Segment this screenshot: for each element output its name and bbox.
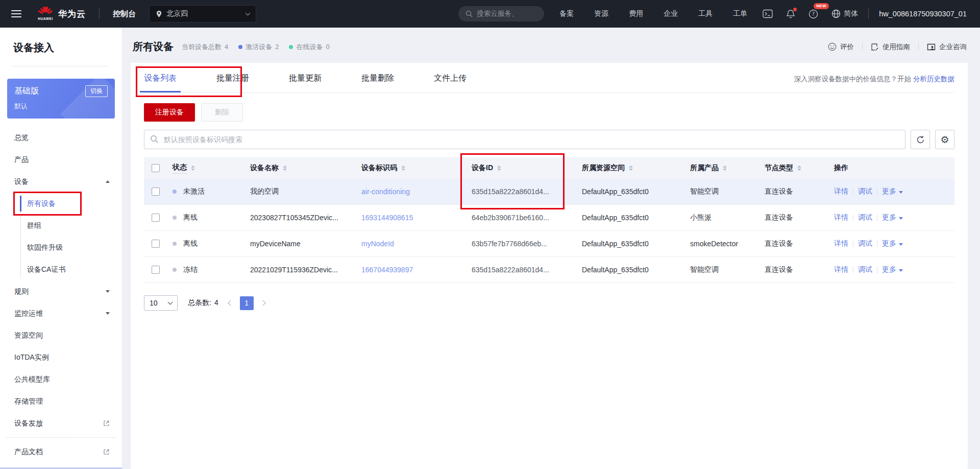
sort-icon[interactable] [497, 166, 501, 171]
sidebar-item-rules[interactable]: 规则 [0, 280, 122, 302]
col-device-id[interactable]: 设备ID [467, 163, 577, 173]
more-link[interactable]: 更多 [882, 239, 903, 248]
cell-device-id: 635d15a8222a8601d4... [467, 266, 577, 274]
register-device-button[interactable]: 注册设备 [144, 103, 195, 122]
debug-link[interactable]: 调试 [858, 265, 872, 274]
delete-button[interactable]: 删除 [201, 103, 243, 122]
debug-link[interactable]: 调试 [858, 187, 872, 196]
region-selector[interactable]: 北京四 [149, 5, 256, 22]
analyze-history-link[interactable]: 分析历史数据 [913, 75, 954, 83]
table-row[interactable]: 离线 20230827T105345ZDevic... 169314490861… [144, 205, 954, 231]
user-guide-action[interactable]: 使用指南 [871, 42, 910, 52]
nav-item-ticket[interactable]: 工单 [733, 9, 747, 18]
current-page-button[interactable]: 1 [240, 296, 254, 310]
sidebar-item-api-explorer[interactable]: API检索和调试 [0, 463, 122, 469]
node-id-link[interactable]: 1693144908615 [361, 214, 413, 222]
console-link[interactable]: 控制台 [113, 9, 136, 19]
next-page-button[interactable] [260, 300, 265, 306]
feedback-action[interactable]: 评价 [828, 42, 854, 52]
detail-link[interactable]: 详情 [834, 239, 848, 248]
tab-batch-register[interactable]: 批量注册 [216, 73, 249, 92]
language-switcher[interactable]: 简体 [831, 9, 858, 18]
sidebar-item-device-provisioning[interactable]: 设备发放 [0, 412, 122, 434]
node-id-link[interactable]: 1667044939897 [361, 266, 413, 274]
sort-icon[interactable] [191, 166, 195, 171]
cell-device-id: 635d15a8222a8601d4... [467, 187, 577, 196]
cell-status: 冻结 [167, 265, 245, 274]
edition-card[interactable]: 基础版 切换 默认 [7, 79, 115, 119]
tab-batch-update[interactable]: 批量更新 [289, 73, 322, 92]
sidebar-item-products[interactable]: 产品 [0, 149, 122, 171]
sidebar-item-devices[interactable]: 设备 [0, 171, 122, 193]
nav-item-billing[interactable]: 费用 [629, 9, 643, 18]
more-link[interactable]: 更多 [882, 265, 903, 274]
detail-link[interactable]: 详情 [834, 265, 848, 274]
debug-link[interactable]: 调试 [858, 213, 872, 222]
row-checkbox[interactable] [152, 240, 160, 248]
column-settings-button[interactable]: ⚙ [935, 130, 954, 149]
row-checkbox[interactable] [152, 214, 160, 222]
col-node-id[interactable]: 设备标识码 [356, 163, 467, 173]
tab-batch-delete[interactable]: 批量删除 [361, 73, 394, 92]
refresh-button[interactable] [911, 130, 930, 149]
nav-item-resources[interactable]: 资源 [594, 9, 608, 18]
sort-icon[interactable] [401, 166, 405, 171]
sidebar-item-product-docs[interactable]: 产品文档 [0, 441, 122, 463]
global-search[interactable]: 搜索云服务、 [458, 6, 544, 21]
device-search-input[interactable] [144, 130, 905, 149]
sidebar-item-firmware-upgrade[interactable]: 软固件升级 [0, 237, 122, 259]
cell-actions: 详情 调试 更多 [829, 213, 954, 222]
enterprise-consult-action[interactable]: 企业咨询 [927, 42, 967, 52]
hamburger-menu-icon[interactable] [11, 10, 21, 17]
col-product[interactable]: 所属产品 [685, 163, 760, 173]
more-link[interactable]: 更多 [882, 187, 903, 196]
col-device-name[interactable]: 设备名称 [245, 163, 356, 173]
location-pin-icon [156, 10, 162, 18]
sidebar-item-groups[interactable]: 群组 [0, 215, 122, 237]
select-all-checkbox[interactable] [152, 164, 160, 172]
tab-file-upload[interactable]: 文件上传 [434, 73, 467, 92]
table-row[interactable]: 未激活 我的空调 air-conditioning 635d15a8222a86… [144, 179, 954, 205]
sidebar-item-iotda-instance[interactable]: IoTDA实例 [0, 346, 122, 368]
node-id-link[interactable]: air-conditioning [361, 187, 410, 196]
detail-link[interactable]: 详情 [834, 187, 848, 196]
col-status[interactable]: 状态 [167, 163, 245, 174]
table-row[interactable]: 离线 myDeviceName myNodeId 63b57fe7b7768d6… [144, 231, 954, 257]
sort-icon[interactable] [283, 166, 287, 171]
sort-icon[interactable] [723, 166, 727, 171]
prev-page-button[interactable] [228, 300, 233, 306]
sidebar-item-overview[interactable]: 总览 [0, 127, 122, 149]
debug-link[interactable]: 调试 [858, 239, 872, 248]
sort-icon[interactable] [629, 166, 633, 171]
sidebar-item-monitoring[interactable]: 监控运维 [0, 302, 122, 324]
sidebar-item-all-devices[interactable]: 所有设备 [0, 193, 122, 215]
page-size-select[interactable]: 10 [144, 295, 178, 311]
account-name[interactable]: hw_008618750930307_01 [879, 10, 967, 18]
help-icon[interactable]: ? NEW [808, 9, 818, 19]
nav-item-tools[interactable]: 工具 [698, 9, 713, 18]
sidebar-item-public-model-lib[interactable]: 公共模型库 [0, 368, 122, 390]
edition-switch-button[interactable]: 切换 [85, 85, 108, 97]
tab-device-list[interactable]: 设备列表 [144, 73, 177, 92]
nav-item-beian[interactable]: 备案 [559, 9, 574, 18]
detail-link[interactable]: 详情 [834, 213, 848, 222]
sidebar-item-storage-mgmt[interactable]: 存储管理 [0, 390, 122, 412]
cli-terminal-icon[interactable] [763, 9, 773, 18]
brand[interactable]: HUAWEI 华为云 [38, 7, 86, 21]
table-row[interactable]: 冻结 20221029T115936ZDevic... 166704493989… [144, 257, 954, 283]
sidebar-item-device-ca-cert[interactable]: 设备CA证书 [0, 259, 122, 280]
sidebar-item-resource-space[interactable]: 资源空间 [0, 324, 122, 346]
page-header-actions: 评价 使用指南 企业咨询 [828, 42, 967, 52]
more-link[interactable]: 更多 [882, 213, 903, 222]
sort-icon[interactable] [797, 166, 801, 171]
col-node-type[interactable]: 节点类型 [760, 163, 829, 173]
globe-icon [831, 9, 841, 18]
col-resource-space[interactable]: 所属资源空间 [577, 163, 685, 173]
row-checkbox[interactable] [152, 266, 160, 274]
sidebar: 设备接入 基础版 切换 默认 总览 产品 设备 所有设备 [0, 28, 122, 469]
edition-name: 基础版 [14, 86, 39, 97]
nav-item-enterprise[interactable]: 企业 [664, 9, 678, 18]
row-checkbox[interactable] [152, 187, 160, 196]
notifications-bell-icon[interactable] [786, 9, 795, 19]
node-id-link[interactable]: myNodeId [361, 240, 394, 248]
